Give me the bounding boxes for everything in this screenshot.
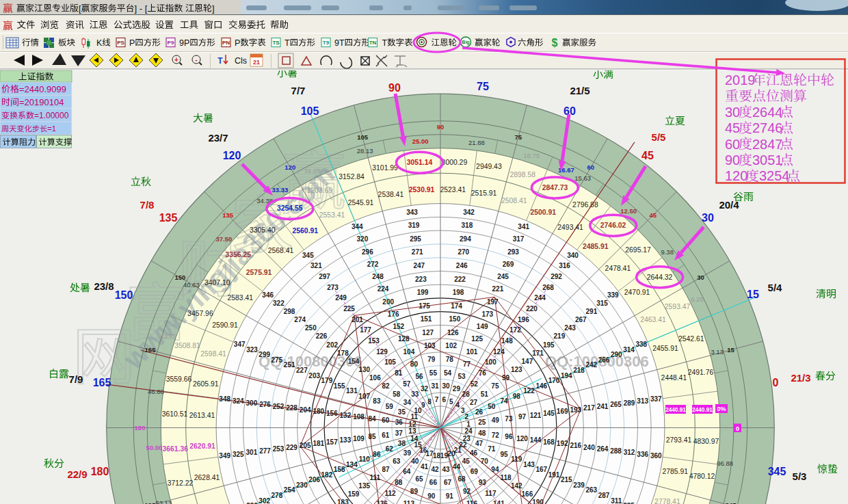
svg-text:3305.40: 3305.40 [250,226,276,234]
svg-text:26: 26 [475,408,483,416]
svg-text:128: 128 [398,335,410,343]
svg-text:94: 94 [491,466,499,473]
svg-text:98: 98 [513,393,521,400]
svg-text:126: 126 [447,329,459,336]
svg-text:TS: TS [272,40,280,46]
svg-text:=1.00000: =1.00000 [34,111,69,120]
svg-text:3: 3 [461,407,465,414]
svg-text:345: 345 [768,466,786,477]
svg-text:300: 300 [246,399,258,407]
svg-text:2583.41: 2583.41 [228,294,254,302]
svg-text:132: 132 [340,412,352,419]
svg-text:51: 51 [481,390,489,398]
svg-text:150: 150 [449,315,461,323]
svg-text:2485.91: 2485.91 [583,243,609,250]
svg-text:342: 342 [463,209,475,216]
svg-text:2515.91: 2515.91 [471,189,497,197]
svg-text:150: 150 [174,274,185,281]
svg-text:87: 87 [382,466,390,473]
svg-text:265: 265 [610,401,622,408]
svg-text:] - [: ] - [ [135,3,148,14]
svg-text:117: 117 [485,490,496,497]
svg-text:3356.25: 3356.25 [225,251,251,258]
svg-text:180: 180 [135,424,146,432]
svg-text:195: 195 [145,501,157,504]
svg-text:61: 61 [382,432,390,439]
svg-text:313: 313 [637,397,648,405]
svg-text:39: 39 [403,449,412,457]
svg-text:13: 13 [408,427,416,435]
svg-text:182: 182 [321,471,333,479]
svg-text:105: 105 [301,105,319,117]
svg-text:60: 60 [725,137,740,152]
svg-text:177: 177 [360,326,371,334]
svg-text:82: 82 [382,382,390,390]
svg-text:134: 134 [346,461,358,468]
svg-text:74: 74 [501,397,509,405]
svg-text:113: 113 [403,500,415,504]
svg-text:230: 230 [296,481,308,489]
svg-text:154: 154 [348,358,360,365]
svg-text:221: 221 [492,285,504,293]
svg-text:101: 101 [466,348,478,356]
svg-text:180: 180 [91,466,109,477]
svg-text:PS: PS [117,40,124,46]
svg-text:28.13: 28.13 [357,147,373,155]
svg-text:30: 30 [725,105,740,120]
svg-text:181: 181 [313,440,324,447]
svg-text:146: 146 [535,382,547,390]
svg-text:218: 218 [573,367,585,374]
svg-text:2491.76: 2491.76 [688,369,714,376]
svg-text:320: 320 [357,235,369,243]
svg-text:18.75: 18.75 [523,152,540,159]
svg-text:$: $ [552,37,558,49]
svg-text:264: 264 [597,445,609,453]
svg-text:133: 133 [340,436,352,444]
svg-text:2785.91: 2785.91 [662,468,688,475]
svg-text:2470.91: 2470.91 [624,289,650,296]
svg-text:3661.36: 3661.36 [162,445,188,453]
svg-text:266: 266 [598,356,610,364]
svg-text:7/9: 7/9 [69,373,83,385]
svg-text:296: 296 [362,248,373,256]
svg-text:165: 165 [145,346,157,354]
svg-text:47: 47 [475,440,483,447]
svg-text:28: 28 [462,390,471,398]
svg-text:292: 292 [551,273,562,280]
svg-text:225: 225 [343,305,355,313]
svg-text:149: 149 [477,323,488,330]
svg-text:215: 215 [561,476,572,483]
svg-text:2898.58: 2898.58 [509,171,535,178]
svg-text:104: 104 [403,348,415,356]
svg-text:103: 103 [424,342,436,349]
svg-text:336: 336 [637,451,648,458]
svg-text:2746: 2746 [752,120,783,135]
svg-text:T: T [382,38,388,48]
svg-text:170: 170 [548,377,560,384]
svg-text:272: 272 [367,261,379,268]
svg-text:24: 24 [465,427,473,435]
svg-text:100: 100 [485,358,496,366]
svg-text:136: 136 [376,500,388,504]
svg-text:29: 29 [453,385,461,393]
svg-text:168: 168 [543,438,555,446]
svg-text:298: 298 [284,308,295,315]
svg-text:3254.55: 3254.55 [277,204,303,212]
svg-text:240: 240 [583,444,595,451]
svg-text:297: 297 [319,273,330,280]
svg-text:11: 11 [410,413,418,421]
svg-text:53: 53 [458,373,466,380]
svg-text:157: 157 [326,438,338,446]
svg-text:111: 111 [370,474,381,481]
svg-text:64: 64 [403,468,411,475]
svg-text:155: 155 [334,382,345,390]
svg-text:P: P [129,38,135,48]
svg-text:34: 34 [403,399,412,406]
svg-text:53.13: 53.13 [155,499,172,504]
svg-text:316: 316 [559,262,570,269]
svg-text:153: 153 [368,337,380,345]
svg-text:0%: 0% [717,406,726,412]
svg-text:150: 150 [115,289,133,301]
svg-text:72: 72 [492,432,500,439]
svg-text:7/7: 7/7 [291,85,306,96]
